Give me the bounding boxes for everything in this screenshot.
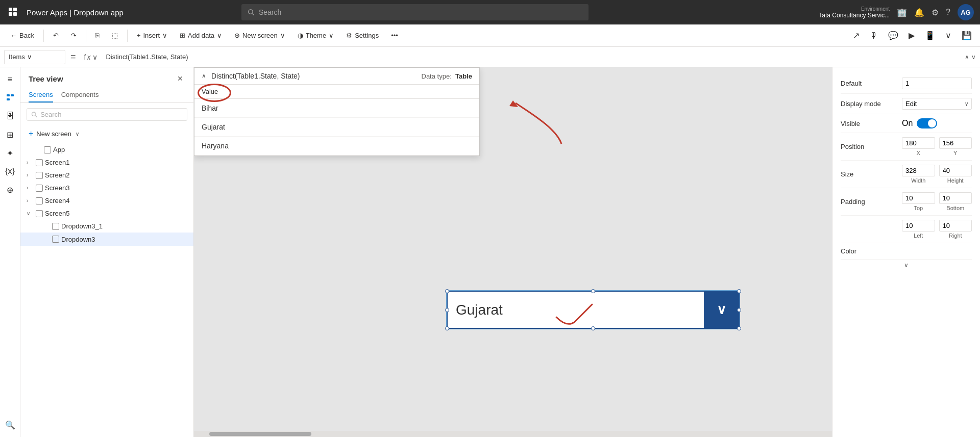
size-height-input[interactable] bbox=[939, 165, 972, 176]
padding-left-input[interactable] bbox=[902, 220, 935, 232]
global-search-bar[interactable] bbox=[241, 4, 589, 20]
help-icon[interactable]: ? bbox=[946, 8, 950, 17]
undo-button[interactable]: ↶ bbox=[48, 30, 64, 41]
share-icon[interactable]: ↗ bbox=[850, 29, 863, 42]
org-icon[interactable]: 🏢 bbox=[897, 8, 907, 17]
chevron-down-icon-2: ∨ bbox=[217, 32, 222, 39]
tab-screens[interactable]: Screens bbox=[29, 88, 53, 102]
side-icon-search[interactable]: 🔍 bbox=[2, 417, 18, 433]
screen1-icon bbox=[36, 159, 43, 166]
svg-line-5 bbox=[253, 14, 254, 15]
padding-bottom-input[interactable] bbox=[939, 192, 972, 204]
prop-padding-label: Padding bbox=[841, 198, 902, 205]
property-chevron: ∨ bbox=[27, 53, 32, 61]
handle-br bbox=[737, 326, 741, 330]
tree-item-screen3[interactable]: › Screen3 bbox=[20, 182, 193, 194]
new-screen-tree-button[interactable]: + New screen ∨ bbox=[22, 126, 191, 141]
position-x-input[interactable] bbox=[902, 137, 935, 149]
environment-info: Environment Tata Consultancy Servic... bbox=[819, 6, 890, 19]
comment-icon[interactable]: 💬 bbox=[885, 29, 901, 42]
new-screen-chevron-icon: ∨ bbox=[76, 131, 79, 137]
paste-icon: ⬚ bbox=[112, 32, 118, 39]
fx-button[interactable]: fx ∨ bbox=[81, 53, 101, 61]
handle-bl bbox=[445, 326, 449, 330]
theme-button[interactable]: ◑ Theme ∨ bbox=[292, 30, 339, 41]
padding-right-input[interactable] bbox=[939, 220, 972, 232]
formula-scroll-down[interactable]: ∨ bbox=[971, 54, 976, 61]
handle-tc bbox=[591, 289, 595, 293]
formula-scroll-up[interactable]: ∧ bbox=[965, 54, 969, 61]
tree-item-screen2[interactable]: › Screen2 bbox=[20, 169, 193, 182]
tree-item-dropdown3[interactable]: Dropdown3 ••• bbox=[20, 233, 193, 246]
side-icon-components[interactable]: ⊞ bbox=[2, 126, 18, 143]
screen4-icon bbox=[36, 197, 43, 204]
insert-button[interactable]: + Insert ∨ bbox=[132, 30, 173, 41]
redo-button[interactable]: ↷ bbox=[66, 30, 82, 41]
app-icon bbox=[44, 146, 51, 153]
tree-item-screen4[interactable]: › Screen4 bbox=[20, 194, 193, 207]
position-y-input[interactable] bbox=[939, 137, 972, 149]
tree-item-screen5[interactable]: ∨ Screen5 bbox=[20, 207, 193, 220]
canvas-horizontal-scrollbar[interactable] bbox=[194, 431, 832, 437]
size-width-label: Width bbox=[902, 177, 935, 184]
settings-icon[interactable]: ⚙ bbox=[932, 8, 939, 17]
tab-components[interactable]: Components bbox=[61, 88, 99, 102]
copy-button[interactable]: ⎘ bbox=[90, 30, 105, 41]
prop-row-color: Color bbox=[841, 243, 972, 260]
prop-default-input[interactable] bbox=[902, 78, 972, 89]
dropdown-icon[interactable]: ∨ bbox=[942, 29, 954, 42]
dropdown-button[interactable]: ∨ bbox=[704, 292, 739, 328]
play-icon[interactable]: ▶ bbox=[905, 29, 918, 42]
side-icon-home[interactable]: ≡ bbox=[2, 71, 18, 88]
property-dropdown[interactable]: Items ∨ bbox=[4, 50, 65, 64]
mic-icon[interactable]: 🎙 bbox=[867, 29, 881, 42]
tree-item-screen1[interactable]: › Screen1 bbox=[20, 156, 193, 169]
autocomplete-row-haryana[interactable]: Haryana bbox=[194, 137, 479, 156]
autocomplete-row-gujarat[interactable]: Gujarat bbox=[194, 118, 479, 137]
paste-button[interactable]: ⬚ bbox=[107, 30, 123, 41]
more-button[interactable]: ••• bbox=[386, 30, 403, 41]
tree-search-bar[interactable] bbox=[27, 108, 187, 121]
side-icon-ai[interactable]: ✦ bbox=[2, 145, 18, 161]
side-icon-tree[interactable] bbox=[2, 90, 18, 106]
back-button[interactable]: ← Back bbox=[5, 30, 39, 41]
device-icon[interactable]: 📱 bbox=[922, 29, 938, 42]
settings-toolbar-button[interactable]: ⚙ Settings bbox=[341, 30, 384, 41]
padding-top-input[interactable] bbox=[902, 192, 935, 204]
scrollbar-thumb[interactable] bbox=[209, 432, 311, 436]
autocomplete-collapse[interactable]: ∧ bbox=[202, 72, 206, 80]
screen5-label: Screen5 bbox=[45, 210, 187, 217]
global-search-input[interactable] bbox=[259, 8, 582, 16]
save-icon[interactable]: 💾 bbox=[959, 29, 975, 42]
user-avatar[interactable]: AG bbox=[958, 4, 974, 20]
canvas-dropdown-widget[interactable]: Gujarat ∨ bbox=[447, 291, 740, 329]
tree-title: Tree view bbox=[29, 74, 63, 83]
notification-icon[interactable]: 🔔 bbox=[914, 8, 924, 17]
tree-search-input[interactable] bbox=[40, 111, 183, 118]
apps-grid-icon[interactable] bbox=[6, 8, 20, 17]
screen5-chevron: ∨ bbox=[27, 211, 34, 216]
dd3-icon bbox=[52, 236, 59, 243]
side-icon-media[interactable]: ⊕ bbox=[2, 182, 18, 198]
new-screen-button[interactable]: ⊕ New screen ∨ bbox=[229, 30, 290, 41]
tree-item-dropdown3-1[interactable]: Dropdown3_1 bbox=[20, 220, 193, 233]
props-scroll-down[interactable]: ∨ bbox=[832, 260, 980, 271]
tree-close-button[interactable]: ✕ bbox=[175, 73, 185, 84]
handle-tr bbox=[737, 289, 741, 293]
size-width-input[interactable] bbox=[902, 165, 935, 176]
add-data-button[interactable]: ⊞ Add data ∨ bbox=[175, 30, 227, 41]
display-mode-chevron: ∨ bbox=[965, 101, 968, 107]
formula-input[interactable] bbox=[104, 53, 962, 61]
autocomplete-row-bihar[interactable]: Bihar bbox=[194, 99, 479, 118]
dd31-label: Dropdown3_1 bbox=[61, 222, 187, 230]
side-icon-data[interactable]: 🗄 bbox=[2, 108, 18, 124]
side-icon-vars[interactable]: {x} bbox=[2, 163, 18, 179]
prop-default-label: Default bbox=[841, 80, 902, 87]
prop-display-mode-select[interactable]: Edit ∨ bbox=[902, 98, 972, 110]
formula-bar: Items ∨ = fx ∨ ∧ ∨ bbox=[0, 47, 980, 67]
tree-item-app[interactable]: App bbox=[20, 143, 193, 156]
padding-right-label: Right bbox=[939, 233, 972, 239]
visible-toggle-switch[interactable] bbox=[917, 118, 937, 128]
padding-left-label: Left bbox=[902, 233, 935, 239]
prop-row-display-mode: Display mode Edit ∨ bbox=[841, 94, 972, 114]
